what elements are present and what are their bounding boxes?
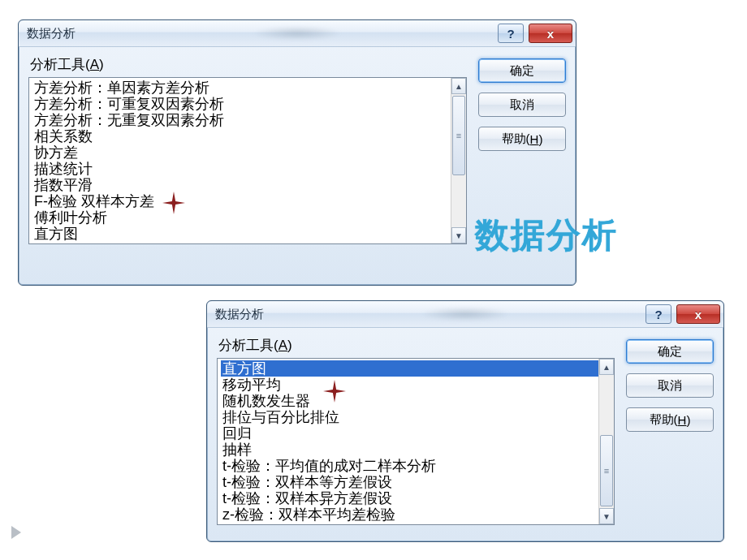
dialog-title: 数据分析 xyxy=(27,26,76,41)
listbox-viewport[interactable]: 直方图 移动平均 随机数发生器 排位与百分比排位 回归 抽样 t-检验：平均值的… xyxy=(218,359,598,524)
list-item[interactable]: t-检验：双样本等方差假设 xyxy=(221,474,598,490)
scroll-track[interactable] xyxy=(599,375,614,508)
dialog-title: 数据分析 xyxy=(215,307,264,322)
left-column: 分析工具(A) 直方图 移动平均 随机数发生器 排位与百分比排位 回归 抽样 t… xyxy=(217,336,615,525)
list-item[interactable]: F-检验 双样本方差 xyxy=(32,193,451,209)
list-item[interactable]: 直方图 xyxy=(32,226,451,242)
help-window-button[interactable]: ? xyxy=(498,24,524,43)
ok-button[interactable]: 确定 xyxy=(626,339,714,364)
list-item[interactable]: 方差分析：可重复双因素分析 xyxy=(32,96,451,112)
list-item[interactable]: 方差分析：单因素方差分析 xyxy=(32,80,451,96)
left-column: 分析工具(A) 方差分析：单因素方差分析 方差分析：可重复双因素分析 方差分析：… xyxy=(28,55,467,244)
help-window-button[interactable]: ? xyxy=(646,304,671,324)
analysis-tools-listbox[interactable]: 方差分析：单因素方差分析 方差分析：可重复双因素分析 方差分析：无重复双因素分析… xyxy=(28,77,467,244)
help-button[interactable]: 帮助(H) xyxy=(478,127,566,151)
section-label-analysis-tools: 分析工具(A) xyxy=(30,55,467,74)
scroll-thumb[interactable] xyxy=(600,435,613,506)
list-item[interactable]: 描述统计 xyxy=(32,161,451,177)
section-label-analysis-tools: 分析工具(A) xyxy=(218,336,615,355)
list-item[interactable]: 移动平均 xyxy=(221,377,598,393)
titlebar[interactable]: 数据分析 ? x xyxy=(207,301,723,328)
scroll-up-button[interactable]: ▲ xyxy=(451,78,466,94)
list-item[interactable]: 方差分析：无重复双因素分析 xyxy=(32,112,451,128)
list-item[interactable]: 指数平滑 xyxy=(32,177,451,193)
scrollbar[interactable]: ▲ ▼ xyxy=(451,78,466,243)
scroll-thumb[interactable] xyxy=(452,96,465,175)
list-item[interactable]: 回归 xyxy=(221,425,598,442)
title-blur-decoration xyxy=(421,307,510,321)
list-item[interactable]: 协方差 xyxy=(32,144,451,161)
listbox-viewport[interactable]: 方差分析：单因素方差分析 方差分析：可重复双因素分析 方差分析：无重复双因素分析… xyxy=(29,78,451,243)
ok-button[interactable]: 确定 xyxy=(478,58,566,83)
close-window-button[interactable]: x xyxy=(676,304,720,324)
slide-play-icon xyxy=(11,526,21,539)
window-buttons: ? x xyxy=(498,24,572,43)
scroll-down-button[interactable]: ▼ xyxy=(599,508,614,524)
list-item[interactable]: 傅利叶分析 xyxy=(32,209,451,226)
close-icon: x xyxy=(695,308,702,321)
right-column: 确定 取消 帮助(H) xyxy=(626,336,714,525)
list-item[interactable]: 抽样 xyxy=(221,442,598,458)
scroll-track[interactable] xyxy=(451,94,466,227)
slide-heading: 数据分析 xyxy=(475,213,618,258)
scrollbar[interactable]: ▲ ▼ xyxy=(598,359,614,524)
list-item[interactable]: 相关系数 xyxy=(32,128,451,144)
titlebar[interactable]: 数据分析 ? x xyxy=(19,20,576,47)
cancel-button[interactable]: 取消 xyxy=(478,93,566,117)
list-item[interactable]: 直方图 xyxy=(221,360,598,377)
close-window-button[interactable]: x xyxy=(529,24,572,43)
help-icon: ? xyxy=(654,308,662,321)
dialog-data-analysis-2: 数据分析 ? x 分析工具(A) 直方图 移动平均 随机数发生器 排位与百分比排… xyxy=(206,300,724,542)
title-blur-decoration xyxy=(253,26,342,41)
help-icon: ? xyxy=(507,27,514,41)
analysis-tools-listbox[interactable]: 直方图 移动平均 随机数发生器 排位与百分比排位 回归 抽样 t-检验：平均值的… xyxy=(217,358,615,525)
list-item[interactable]: z-检验：双样本平均差检验 xyxy=(221,506,598,523)
close-icon: x xyxy=(547,27,554,41)
list-item[interactable]: 随机数发生器 xyxy=(221,393,598,409)
scroll-down-button[interactable]: ▼ xyxy=(451,227,466,243)
scroll-up-button[interactable]: ▲ xyxy=(599,359,614,375)
window-buttons: ? x xyxy=(646,304,720,324)
help-button[interactable]: 帮助(H) xyxy=(626,407,714,432)
list-item[interactable]: t-检验：双样本异方差假设 xyxy=(221,490,598,506)
cancel-button[interactable]: 取消 xyxy=(626,373,714,398)
list-item[interactable]: 排位与百分比排位 xyxy=(221,409,598,425)
dialog-body: 分析工具(A) 直方图 移动平均 随机数发生器 排位与百分比排位 回归 抽样 t… xyxy=(207,328,723,536)
list-item[interactable]: t-检验：平均值的成对二样本分析 xyxy=(221,458,598,474)
